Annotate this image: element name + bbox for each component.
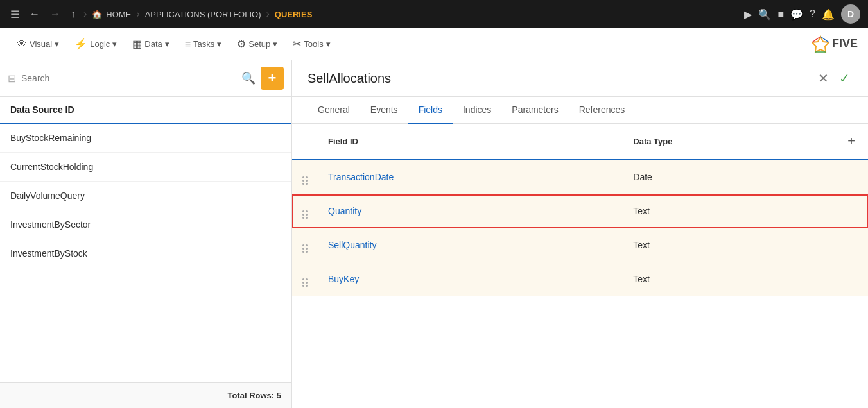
up-icon[interactable]: ↑ xyxy=(68,6,78,22)
toolbar: 👁 Visual ▾ ⚡ Logic ▾ ▦ Data ▾ ≡ Tasks ▾ … xyxy=(0,28,868,60)
search-input[interactable] xyxy=(21,73,236,83)
sidebar: ⊟ 🔍 + Data Source ID BuyStockRemaining C… xyxy=(0,60,292,408)
five-logo-icon xyxy=(812,35,829,53)
list-item[interactable]: InvestmentBySector xyxy=(0,210,291,239)
list-item[interactable]: DailyVolumeQuery xyxy=(0,182,291,210)
sidebar-search-bar: ⊟ 🔍 + xyxy=(0,60,291,97)
visual-icon: 👁 xyxy=(17,38,27,50)
table-header-row: Field ID Data Type + xyxy=(292,124,868,160)
breadcrumb-queries[interactable]: QUERIES xyxy=(275,10,313,19)
svg-marker-0 xyxy=(812,37,829,52)
th-data-type: Data Type xyxy=(623,124,835,160)
toolbar-logic[interactable]: ⚡ Logic ▾ xyxy=(68,34,123,54)
drag-handle[interactable] xyxy=(292,228,318,262)
tasks-arrow: ▾ xyxy=(217,39,221,49)
tab-parameters[interactable]: Parameters xyxy=(501,97,568,124)
toolbar-data[interactable]: ▦ Data ▾ xyxy=(126,34,175,54)
top-nav-right: ▶ 🔍 ■ 💬 ? 🔔 D xyxy=(744,4,860,24)
filter-icon: ⊟ xyxy=(8,72,16,85)
field-id-cell: TransactionDate xyxy=(318,160,623,194)
data-type-cell: Date xyxy=(623,160,835,194)
table-row[interactable]: Quantity Text xyxy=(292,194,868,228)
tools-icon: ✂ xyxy=(293,38,301,50)
breadcrumb-portfolio[interactable]: APPLICATIONS (PORTFOLIO) xyxy=(145,10,261,19)
data-arrow: ▾ xyxy=(165,39,169,49)
field-link[interactable]: Quantity xyxy=(328,206,361,216)
nav-separator-1: › xyxy=(83,8,87,20)
nav-separator-3: › xyxy=(266,8,269,20)
fields-table: Field ID Data Type + xyxy=(292,124,868,296)
add-column-button[interactable]: + xyxy=(845,132,858,151)
chat-icon[interactable]: 💬 xyxy=(790,8,803,21)
list-item[interactable]: BuyStockRemaining xyxy=(0,124,291,153)
notification-icon[interactable]: 🔔 xyxy=(822,8,835,21)
toolbar-setup[interactable]: ⚙ Setup ▾ xyxy=(230,34,284,54)
nav-separator-2: › xyxy=(136,8,139,20)
toolbar-tasks[interactable]: ≡ Tasks ▾ xyxy=(178,35,229,54)
drag-handle[interactable] xyxy=(292,262,318,296)
row-action-cell xyxy=(835,262,868,296)
logic-icon: ⚡ xyxy=(74,38,87,50)
search-icon[interactable]: 🔍 xyxy=(241,71,256,85)
visual-arrow: ▾ xyxy=(55,39,59,49)
row-action-cell xyxy=(835,194,868,228)
table-row[interactable]: BuyKey Text xyxy=(292,262,868,296)
tab-indices[interactable]: Indices xyxy=(453,97,501,124)
stop-icon[interactable]: ■ xyxy=(777,8,784,20)
back-icon[interactable]: ← xyxy=(27,6,42,22)
sidebar-footer: Total Rows: 5 xyxy=(0,382,291,408)
drag-dots-icon xyxy=(302,278,308,287)
user-avatar[interactable]: D xyxy=(841,4,860,24)
tab-events[interactable]: Events xyxy=(360,97,408,124)
confirm-button[interactable]: ✓ xyxy=(837,68,853,89)
tabs-bar: General Events Fields Indices Parameters… xyxy=(292,97,868,124)
field-link[interactable]: TransactionDate xyxy=(328,172,394,182)
forward-icon[interactable]: → xyxy=(48,6,63,22)
home-icon: 🏠 xyxy=(92,10,102,19)
th-drag xyxy=(292,124,318,160)
setup-icon: ⚙ xyxy=(237,38,246,50)
close-button[interactable]: ✕ xyxy=(815,68,831,89)
field-id-cell: Quantity xyxy=(318,194,623,228)
field-link[interactable]: BuyKey xyxy=(328,274,359,284)
five-logo-area: FIVE xyxy=(812,35,858,53)
row-action-cell xyxy=(835,160,868,194)
list-item[interactable]: CurrentStockHolding xyxy=(0,153,291,182)
drag-dots-icon xyxy=(302,210,308,219)
data-type-cell: Text xyxy=(623,194,835,228)
add-button[interactable]: + xyxy=(261,67,284,90)
tab-general[interactable]: General xyxy=(308,97,360,124)
tab-fields[interactable]: Fields xyxy=(408,97,453,124)
list-item[interactable]: InvestmentByStock xyxy=(0,239,291,268)
sidebar-list: BuyStockRemaining CurrentStockHolding Da… xyxy=(0,124,291,382)
content-header: SellAllocations ✕ ✓ xyxy=(292,60,868,97)
breadcrumb-home[interactable]: 🏠 HOME xyxy=(92,10,131,19)
table-row[interactable]: SellQuantity Text xyxy=(292,228,868,262)
search-globe-icon[interactable]: 🔍 xyxy=(758,8,771,21)
data-type-cell: Text xyxy=(623,228,835,262)
toolbar-tools[interactable]: ✂ Tools ▾ xyxy=(286,34,336,54)
table-container: Field ID Data Type + xyxy=(292,124,868,408)
help-icon[interactable]: ? xyxy=(810,8,815,20)
field-id-cell: SellQuantity xyxy=(318,228,623,262)
menu-icon[interactable]: ☰ xyxy=(8,6,22,23)
play-icon[interactable]: ▶ xyxy=(744,8,752,21)
th-add-col: + xyxy=(835,124,868,160)
data-icon: ▦ xyxy=(132,38,142,50)
tab-references[interactable]: References xyxy=(569,97,636,124)
field-link[interactable]: SellQuantity xyxy=(328,240,376,250)
tools-arrow: ▾ xyxy=(326,39,331,49)
drag-handle[interactable] xyxy=(292,194,318,228)
five-logo: FIVE xyxy=(812,35,858,53)
toolbar-visual[interactable]: 👁 Visual ▾ xyxy=(10,35,65,54)
main-layout: ⊟ 🔍 + Data Source ID BuyStockRemaining C… xyxy=(0,60,868,408)
tasks-icon: ≡ xyxy=(185,38,191,50)
row-action-cell xyxy=(835,228,868,262)
top-nav: ☰ ← → ↑ › 🏠 HOME › APPLICATIONS (PORTFOL… xyxy=(0,0,868,28)
top-nav-left: ☰ ← → ↑ › 🏠 HOME › APPLICATIONS (PORTFOL… xyxy=(8,6,739,23)
th-field-id: Field ID xyxy=(318,124,623,160)
drag-handle[interactable] xyxy=(292,160,318,194)
field-id-cell: BuyKey xyxy=(318,262,623,296)
table-row[interactable]: TransactionDate Date xyxy=(292,160,868,194)
content-area: SellAllocations ✕ ✓ General Events Field… xyxy=(292,60,868,408)
